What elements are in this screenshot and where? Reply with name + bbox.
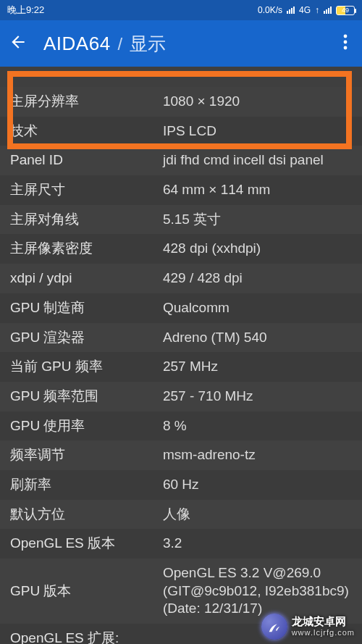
back-icon[interactable] — [9, 33, 28, 54]
app-bar: AIDA64 / 显示 — [0, 20, 362, 67]
row-label: Panel ID — [0, 146, 153, 175]
table-row: 主屏对角线5.15 英寸 — [0, 205, 362, 235]
table-row: 主屏尺寸64 mm × 114 mm — [0, 175, 362, 205]
row-label: 当前 GPU 频率 — [0, 352, 153, 382]
table-row: Panel IDjdi fhd cmd incell dsi panel — [0, 146, 362, 175]
app-title: AIDA64 — [43, 33, 111, 55]
status-speed: 0.0K/s — [258, 5, 282, 15]
table-row: GPU 制造商Qualcomm — [0, 293, 362, 323]
signal-icon-2 — [324, 7, 332, 14]
row-label: 刷新率 — [0, 470, 153, 500]
mobile-up-icon: ↑ — [315, 5, 319, 15]
row-label: 主屏尺寸 — [0, 175, 153, 205]
row-value: 429 / 428 dpi — [153, 264, 362, 293]
svg-point-2 — [344, 46, 348, 50]
battery-icon: 49 — [336, 6, 355, 15]
row-label: 默认方位 — [0, 500, 153, 530]
status-net: 4G — [299, 5, 311, 15]
table-row: 主屏像素密度428 dpi (xxhdpi) — [0, 234, 362, 264]
row-value: jdi fhd cmd incell dsi panel — [153, 146, 362, 175]
watermark-logo-icon — [261, 614, 287, 640]
row-label: GPU 渲染器 — [0, 323, 153, 353]
watermark: 龙城安卓网 www.lcjrfg.com — [261, 614, 355, 640]
table-row: OpenGL ES 版本3.2 — [0, 529, 362, 559]
row-label: xdpi / ydpi — [0, 264, 153, 293]
row-label: 主屏分辨率 — [0, 87, 153, 117]
row-value: 人像 — [153, 500, 362, 530]
row-value: IPS LCD — [153, 117, 362, 146]
status-bar: 晚上9:22 0.0K/s 4G ↑ 49 — [0, 0, 362, 20]
app-separator: / — [118, 34, 123, 54]
row-label: 主屏像素密度 — [0, 234, 153, 264]
row-value: 1080 × 1920 — [153, 87, 362, 117]
table-row: GPU 渲染器Adreno (TM) 540 — [0, 323, 362, 353]
row-value: Qualcomm — [153, 293, 362, 323]
row-value: 60 Hz — [153, 470, 362, 500]
row-label: 频率调节 — [0, 440, 153, 470]
svg-point-0 — [344, 35, 348, 38]
watermark-url: www.lcjrfg.com — [292, 628, 355, 637]
row-label: GPU 使用率 — [0, 411, 153, 441]
row-label: GPU 频率范围 — [0, 382, 153, 411]
row-label: 主屏对角线 — [0, 205, 153, 235]
watermark-title: 龙城安卓网 — [292, 615, 355, 628]
table-row: xdpi / ydpi429 / 428 dpi — [0, 264, 362, 293]
status-time: 晚上9:22 — [7, 4, 44, 17]
row-value: 3.2 — [153, 529, 362, 559]
table-row: GPU 频率范围257 - 710 MHz — [0, 382, 362, 411]
row-label: 技术 — [0, 117, 153, 146]
row-value: 8 % — [153, 411, 362, 441]
row-label: OpenGL ES 扩展: — [0, 624, 153, 644]
row-value: msm-adreno-tz — [153, 440, 362, 470]
table-row: 默认方位人像 — [0, 500, 362, 530]
signal-icon-1 — [287, 7, 295, 14]
row-value: 64 mm × 114 mm — [153, 175, 362, 205]
more-icon[interactable] — [337, 28, 353, 59]
row-value: 257 - 710 MHz — [153, 382, 362, 411]
content-area: 主屏分辨率1080 × 1920技术IPS LCDPanel IDjdi fhd… — [0, 67, 362, 644]
table-row: 主屏分辨率1080 × 1920 — [0, 87, 362, 117]
row-value: Adreno (TM) 540 — [153, 323, 362, 353]
row-label: GPU 版本 — [0, 559, 153, 624]
table-row: 刷新率60 Hz — [0, 470, 362, 500]
info-table: 主屏分辨率1080 × 1920技术IPS LCDPanel IDjdi fhd… — [0, 87, 362, 644]
table-row: 技术IPS LCD — [0, 117, 362, 146]
table-row: 当前 GPU 频率257 MHz — [0, 352, 362, 382]
row-value: 257 MHz — [153, 352, 362, 382]
row-label: GPU 制造商 — [0, 293, 153, 323]
row-value: 428 dpi (xxhdpi) — [153, 234, 362, 264]
svg-point-1 — [344, 41, 348, 44]
row-label: OpenGL ES 版本 — [0, 529, 153, 559]
app-subtitle: 显示 — [130, 32, 166, 56]
row-value: 5.15 英寸 — [153, 205, 362, 235]
table-row: 频率调节msm-adreno-tz — [0, 440, 362, 470]
table-row: GPU 使用率8 % — [0, 411, 362, 441]
